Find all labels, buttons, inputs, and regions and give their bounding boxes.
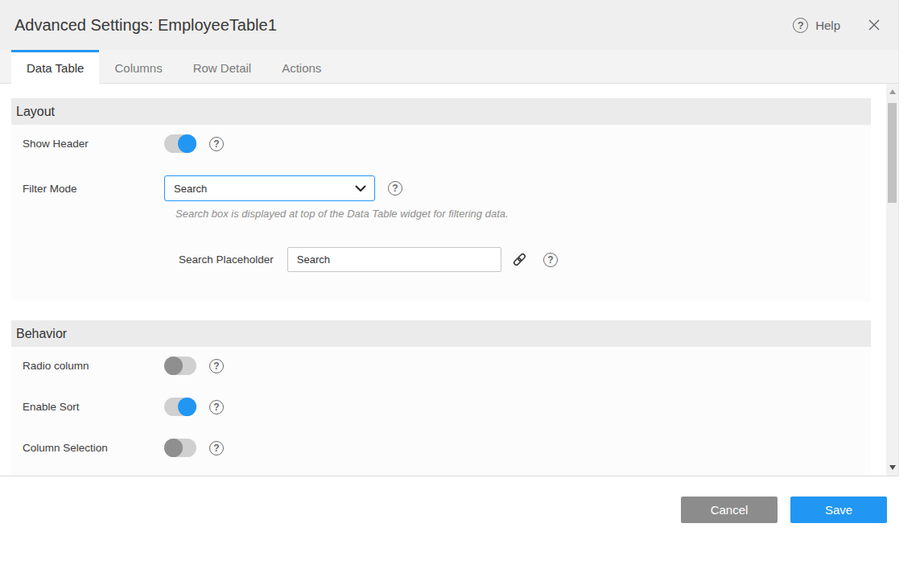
vertical-scrollbar[interactable]: [886, 84, 898, 476]
tab-actions[interactable]: Actions: [266, 50, 336, 84]
chevron-down-icon: [355, 185, 366, 192]
column-selection-toggle[interactable]: [164, 439, 196, 457]
section-behavior: Behavior Radio column ? Enable Sort ? Co…: [11, 320, 871, 476]
enable-sort-toggle[interactable]: [164, 398, 196, 416]
section-layout-header: Layout: [11, 98, 871, 125]
search-placeholder-row: Search Placeholder ?: [179, 247, 871, 272]
tab-label: Row Detail: [193, 61, 252, 75]
page-title: Advanced Settings: EmployeeTable1: [14, 16, 277, 35]
enable-sort-help-icon[interactable]: ?: [209, 400, 224, 414]
chain-link-icon: [512, 252, 527, 267]
filter-mode-select[interactable]: Search: [164, 175, 375, 201]
radio-column-row: Radio column ?: [23, 357, 871, 375]
help-icon: ?: [793, 18, 808, 33]
show-header-help-icon[interactable]: ?: [209, 137, 224, 151]
column-selection-row: Column Selection ?: [23, 439, 871, 457]
radio-column-help-icon[interactable]: ?: [209, 359, 224, 373]
filter-mode-value: Search: [174, 183, 355, 195]
bind-link-button[interactable]: [512, 252, 527, 267]
help-label: Help: [815, 19, 840, 32]
filter-mode-help-icon[interactable]: ?: [388, 181, 402, 196]
enable-sort-row: Enable Sort ?: [23, 398, 871, 416]
tab-row-detail[interactable]: Row Detail: [178, 50, 267, 84]
close-button[interactable]: [868, 19, 881, 31]
radio-column-label: Radio column: [23, 360, 164, 372]
search-placeholder-label: Search Placeholder: [179, 253, 274, 266]
show-header-row: Show Header ?: [23, 134, 871, 153]
settings-scroll-area: Layout Show Header ? Filter Mode Search: [0, 84, 898, 476]
filter-mode-helper-text: Search box is displayed at top of the Da…: [175, 208, 871, 220]
search-placeholder-help-icon[interactable]: ?: [543, 253, 558, 267]
dialog-footer: Cancel Save: [0, 476, 924, 523]
help-button[interactable]: ? Help: [793, 18, 840, 33]
enable-sort-label: Enable Sort: [23, 401, 164, 413]
close-icon: [868, 19, 881, 31]
filter-mode-row: Filter Mode Search ?: [23, 175, 871, 201]
cancel-button[interactable]: Cancel: [681, 497, 778, 523]
column-selection-label: Column Selection: [23, 442, 164, 454]
tab-data-table[interactable]: Data Table: [11, 50, 99, 84]
tab-label: Data Table: [27, 61, 84, 75]
scrollbar-up-arrow[interactable]: [886, 85, 898, 98]
advanced-settings-dialog: Advanced Settings: EmployeeTable1 ? Help…: [0, 0, 899, 476]
show-header-toggle[interactable]: [164, 134, 196, 153]
dialog-header: Advanced Settings: EmployeeTable1 ? Help: [0, 0, 898, 50]
filter-mode-label: Filter Mode: [23, 183, 164, 195]
column-selection-help-icon[interactable]: ?: [209, 441, 224, 455]
scrollbar-thumb[interactable]: [888, 103, 897, 203]
tab-columns[interactable]: Columns: [99, 50, 177, 84]
radio-column-toggle[interactable]: [164, 357, 196, 375]
save-button[interactable]: Save: [790, 497, 887, 523]
tab-label: Actions: [282, 61, 321, 75]
section-layout: Layout Show Header ? Filter Mode Search: [11, 98, 871, 302]
tab-label: Columns: [114, 61, 162, 75]
search-placeholder-input[interactable]: [287, 247, 501, 272]
tab-bar: Data Table Columns Row Detail Actions: [0, 50, 898, 84]
scrollbar-down-arrow[interactable]: [886, 461, 898, 474]
section-behavior-header: Behavior: [11, 320, 871, 347]
show-header-label: Show Header: [23, 138, 164, 150]
